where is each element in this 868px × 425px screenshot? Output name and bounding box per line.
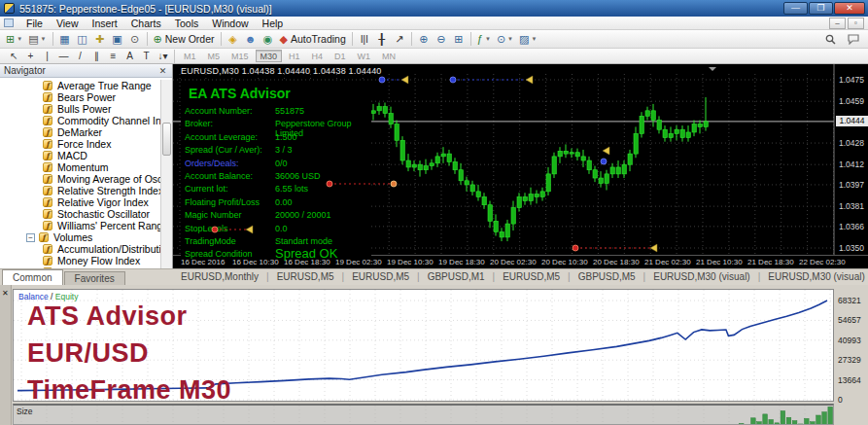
menu-window[interactable]: Window [205, 17, 255, 30]
menu-view[interactable]: View [50, 17, 86, 30]
vertical-line-tool[interactable]: | [39, 49, 55, 63]
navigator-item[interactable]: ƒBears Power [0, 91, 160, 103]
navigator-item[interactable]: −ƒVolumes [0, 231, 160, 243]
timeframe-mn[interactable]: MN [377, 50, 400, 62]
collapse-icon[interactable]: − [26, 233, 35, 242]
bar-chart-type-button[interactable]: l|l [356, 31, 373, 47]
tile-windows-button[interactable]: ⊞ [450, 31, 468, 47]
watermark-text: ATS Advisor EUR/USD TimeFrame M30 [27, 298, 231, 408]
chevron-down-icon: ▼ [531, 36, 537, 42]
profiles-button[interactable]: ▤▼ [25, 31, 49, 47]
chat-icon[interactable] [845, 31, 862, 47]
timeframe-h1[interactable]: H1 [284, 50, 305, 62]
navigator-close-icon[interactable]: ✕ [157, 66, 168, 76]
close-button[interactable]: ✕ [834, 2, 865, 15]
child-restore-button[interactable]: ▫ [848, 18, 864, 29]
navigator-tab-favorites[interactable]: Favorites [64, 271, 125, 285]
chart-tab[interactable]: EURUSD,M5 [344, 269, 417, 284]
menu-tools[interactable]: Tools [168, 17, 206, 30]
news-button[interactable]: ◉ [260, 31, 277, 47]
navigator-item[interactable]: ƒForce Index [0, 138, 160, 150]
community-button[interactable]: ☻ [242, 31, 260, 47]
data-window-button[interactable]: ◫ [74, 31, 91, 47]
trendline-tool[interactable]: / [72, 49, 88, 63]
chart-area[interactable]: EURUSD,M30 1.04438 1.04440 1.04438 1.044… [173, 64, 868, 268]
timeframe-h4[interactable]: H4 [307, 50, 329, 62]
chart-tab[interactable]: EURUSD,Monthly [173, 269, 266, 284]
ea-value: 20000 / 20001 [275, 210, 331, 220]
strategy-tester-button[interactable]: ⊙ [126, 31, 144, 47]
restore-button[interactable]: ❐ [809, 2, 833, 15]
navigator-item[interactable]: ƒBulls Power [0, 103, 160, 115]
navigator-item[interactable]: ƒRelative Strength Index [0, 185, 160, 196]
child-minimize-button[interactable]: – [829, 18, 846, 29]
timeframe-m30[interactable]: M30 [256, 50, 283, 62]
balance-chart[interactable]: Balance / Equity ATS Advisor EUR/USD Tim… [13, 289, 834, 402]
menu-help[interactable]: Help [256, 17, 291, 30]
navigator-item[interactable]: ƒAverage True Range [0, 80, 160, 91]
minimize-button[interactable]: — [783, 2, 808, 15]
new-chart-button[interactable]: ⊞▼ [3, 31, 25, 47]
chart-tab[interactable]: EURUSD,M30 (visual) [645, 269, 757, 284]
crosshair-tool[interactable]: + [22, 49, 39, 63]
navigator-item[interactable]: ƒMoving Average of Oscillator [0, 173, 160, 185]
navigator-item[interactable]: ƒMomentum [0, 161, 160, 173]
menu-file[interactable]: File [19, 17, 50, 30]
metaquotes-button[interactable]: ◈ [225, 31, 242, 47]
navigator-toggle-button[interactable]: ✚ [91, 31, 109, 47]
navigator-item[interactable]: ƒRelative Vigor Index [0, 196, 160, 208]
timeframe-m1[interactable]: M1 [179, 50, 201, 62]
chart-tab[interactable]: GBPUSD,M5 [571, 269, 643, 284]
text-tool[interactable]: A [122, 49, 138, 63]
scrollbar-thumb[interactable] [162, 123, 171, 156]
navigator-item[interactable]: ƒWilliams' Percent Range [0, 220, 160, 231]
navigator-item[interactable]: ƒMACD [0, 150, 160, 161]
equidistant-channel-tool[interactable]: ∥ [88, 49, 105, 63]
tester-close-icon[interactable]: ✕ [2, 289, 9, 298]
line-chart-type-button[interactable]: ↗ [391, 31, 408, 47]
text-label-tool[interactable]: T [138, 49, 155, 63]
chart-tab[interactable]: EURUSD,M30 (visual) [760, 269, 868, 284]
menu-charts[interactable]: Charts [124, 17, 168, 30]
timeframe-d1[interactable]: D1 [330, 50, 351, 62]
ea-value: Standart mode [275, 236, 332, 246]
chevron-down-icon: ▼ [507, 36, 513, 42]
indicator-icon: ƒ [43, 116, 52, 125]
ea-label: TradingMode [185, 236, 236, 246]
chart-tab[interactable]: EURUSD,M5 [269, 269, 342, 284]
menu-insert[interactable]: Insert [86, 17, 124, 30]
indicators-button[interactable]: ƒ▼ [474, 31, 494, 47]
ea-value: 36006 USD [275, 171, 321, 181]
market-watch-button[interactable]: ▦ [56, 31, 74, 47]
navigator-item-label: DeMarker [57, 126, 102, 138]
current-price-tag: 1.0444 [836, 116, 868, 126]
window-title: 551875: Pepperstone-Edge05 - [EURUSD,M30… [19, 3, 272, 15]
navigator-item[interactable]: ƒAccumulation/Distribution [0, 243, 160, 255]
timeframe-w1[interactable]: W1 [353, 50, 376, 62]
search-icon[interactable] [821, 31, 839, 47]
navigator-item[interactable]: ƒDeMarker [0, 126, 160, 138]
navigator-item[interactable]: ƒMoney Flow Index [0, 255, 160, 266]
terminal-toggle-button[interactable]: ▣ [109, 31, 126, 47]
arrows-tool[interactable]: ↓▾ [155, 49, 171, 63]
zoom-out-button[interactable]: ⊖ [433, 31, 450, 47]
fibonacci-tool[interactable]: ≡ [105, 49, 122, 63]
navigator-item[interactable]: ƒCommodity Channel Index [0, 115, 160, 126]
new-order-button[interactable]: ⊕New Order [151, 31, 218, 47]
navigator-tab-common[interactable]: Common [2, 269, 63, 285]
chart-tab[interactable]: EURUSD,M5 [495, 269, 568, 284]
templates-button[interactable]: ▨▼ [516, 31, 539, 47]
chart-tab[interactable]: GBPUSD,M1 [420, 269, 493, 284]
zoom-in-button[interactable]: ⊕ [415, 31, 433, 47]
candlestick-type-button[interactable]: ╂ [373, 31, 391, 47]
navigator-item[interactable]: ƒStochastic Oscillator [0, 208, 160, 220]
periods-button[interactable]: ⊙▼ [494, 31, 516, 47]
horizontal-line-tool[interactable]: — [55, 49, 72, 63]
indicator-icon: ƒ [43, 92, 52, 102]
timeframe-m5[interactable]: M5 [203, 50, 226, 62]
autotrading-button[interactable]: ◆AutoTrading [277, 31, 349, 47]
navigator-scrollbar[interactable] [160, 80, 172, 268]
indicator-icon: ƒ [43, 221, 52, 230]
timeframe-m15[interactable]: M15 [226, 50, 254, 62]
cursor-tool[interactable]: ↖ [6, 49, 22, 63]
